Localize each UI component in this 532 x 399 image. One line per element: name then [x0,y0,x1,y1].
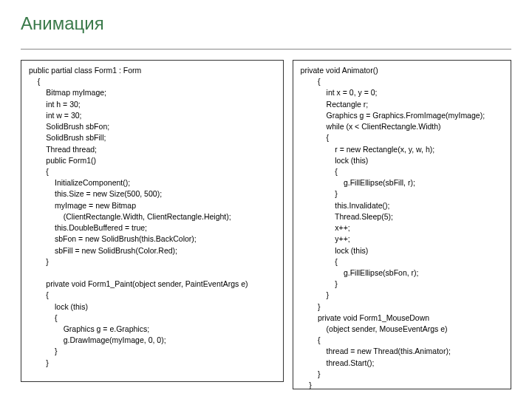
columns: public partial class Form1 : Form { Bitm… [21,60,511,389]
code-block-left: public partial class Form1 : Form { Bitm… [21,60,284,382]
slide-title: Анимация [21,13,511,38]
title-underline [21,49,511,50]
code-block-right: private void Animator() { int x = 0, y =… [293,60,511,389]
slide: Анимация public partial class Form1 : Fo… [0,0,532,399]
